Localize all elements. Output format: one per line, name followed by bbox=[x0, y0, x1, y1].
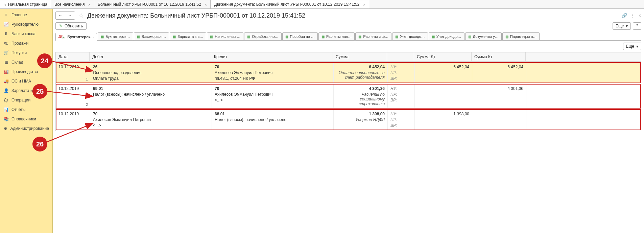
col-sum-kt[interactable]: Сумма Кт bbox=[472, 52, 526, 61]
debit-line2: Ахилесов Эммануил Петрович bbox=[93, 117, 209, 122]
doc-tab-accounting[interactable]: ДтКтБухгалтерск… bbox=[55, 33, 97, 41]
sum-comment: Расчеты по социальному страхованию bbox=[336, 92, 385, 106]
table-icon: ▦ bbox=[137, 35, 140, 39]
debit-account: 69.01 bbox=[93, 86, 209, 91]
doc-tab[interactable]: ▦Бухгалтерск… bbox=[98, 32, 133, 40]
debit-line2: Налог (взносы): начислено / уплачено bbox=[93, 92, 209, 97]
col-sum-dt[interactable]: Сумма Дт bbox=[414, 52, 472, 61]
more-button[interactable]: Еще ▾ bbox=[613, 22, 631, 30]
doc-tab[interactable]: ▤Документы у… bbox=[465, 32, 502, 40]
close-icon[interactable]: × bbox=[203, 2, 207, 7]
top-tabs: ⌂ Начальная страница Все начисления × Бо… bbox=[0, 0, 644, 9]
doc-tab[interactable]: ▦Отработанно… bbox=[244, 32, 281, 40]
doc-tabs: ДтКтБухгалтерск… ▦Бухгалтерск… ▦Взаимора… bbox=[55, 32, 641, 41]
vr-label: ВР: bbox=[390, 98, 412, 102]
cell-date: 10.12.2019 1 bbox=[56, 63, 90, 83]
chevron-down-icon: ▾ bbox=[626, 24, 628, 28]
vr-label: ВР: bbox=[390, 76, 412, 81]
sidebar-item-label: Производство bbox=[11, 69, 38, 74]
sub-more-button[interactable]: Еще ▾ bbox=[623, 43, 641, 50]
cell-debit: 70 Ахилесов Эммануил Петрович <...> bbox=[90, 110, 212, 130]
page-header: ← → ☆ Движения документа: Больничный лис… bbox=[55, 10, 641, 22]
doc-tab[interactable]: ▤Параметры п… bbox=[502, 32, 540, 40]
credit-line3: пп.48.1, ст.264 НК РФ bbox=[215, 76, 331, 81]
table-icon: ▦ bbox=[173, 35, 176, 39]
sidebar-item-bank[interactable]: ₽Банк и касса bbox=[0, 29, 52, 39]
cell-date: 10.12.2019 3 bbox=[56, 110, 90, 130]
tab-all-accruals[interactable]: Все начисления × bbox=[51, 0, 94, 8]
sum-kt-value: 4 301,36 bbox=[475, 86, 523, 91]
sum-comment: Удержан НДФЛ bbox=[336, 117, 385, 122]
close-icon[interactable]: × bbox=[639, 13, 641, 18]
sidebar-item-label: Операции bbox=[11, 98, 30, 102]
forward-button[interactable]: → bbox=[65, 12, 75, 19]
bag-icon: 🛍 bbox=[3, 41, 9, 46]
sidebar-item-reports[interactable]: 📊Отчеты bbox=[0, 105, 52, 114]
refresh-label: Обновить bbox=[65, 24, 83, 28]
doc-tab[interactable]: ▦Учет доходо… bbox=[429, 32, 464, 40]
sum-kt-value: 6 452,04 bbox=[475, 65, 523, 69]
col-credit[interactable]: Кредит bbox=[211, 52, 333, 61]
entry-row[interactable]: 10.12.2019 1 26 Основное подразделение О… bbox=[56, 62, 641, 83]
truck-icon: 🚚 bbox=[3, 79, 9, 84]
sidebar-item-manager[interactable]: 📈Руководителю bbox=[0, 20, 52, 29]
doc-tab[interactable]: ▦Взаиморасч… bbox=[134, 32, 169, 40]
entry-row[interactable]: 10.12.2019 2 69.01 Налог (взносы): начис… bbox=[56, 84, 641, 109]
cell-labels: НУ: ПР: ВР: bbox=[388, 110, 415, 130]
toolbar: ↻ Обновить Еще ▾ ? bbox=[55, 22, 641, 30]
doc-tab[interactable]: ▦Пособия по … bbox=[282, 32, 318, 40]
home-icon: ⌂ bbox=[3, 2, 6, 7]
ruble-icon: ₽ bbox=[3, 31, 9, 36]
star-icon[interactable]: ☆ bbox=[78, 12, 84, 19]
tab-document-movements[interactable]: Движения документа: Больничный лист УРБП… bbox=[211, 0, 369, 8]
back-button[interactable]: ← bbox=[56, 12, 65, 19]
debit-account: 70 bbox=[93, 112, 209, 116]
cell-sum: 4 301,36 Расчеты по социальному страхова… bbox=[334, 85, 388, 108]
cell-sum: 1 398,00 Удержан НДФЛ bbox=[334, 110, 388, 130]
callout-25: 25 bbox=[32, 84, 47, 99]
row-number: 2 bbox=[86, 102, 88, 107]
close-icon[interactable]: × bbox=[87, 2, 91, 7]
help-label: ? bbox=[636, 24, 638, 28]
col-debit[interactable]: Дебет bbox=[90, 52, 211, 61]
doc-tab[interactable]: ▦Расчеты с ф… bbox=[355, 32, 391, 40]
chart-icon: 📈 bbox=[3, 22, 9, 27]
entry-row[interactable]: 10.12.2019 3 70 Ахилесов Эммануил Петров… bbox=[56, 109, 641, 130]
pr-label: ПР: bbox=[390, 117, 412, 122]
sidebar-item-label: Отчеты bbox=[11, 107, 25, 112]
table-icon: ▦ bbox=[395, 35, 398, 39]
sidebar-item-main[interactable]: ≡Главное bbox=[0, 10, 52, 20]
sidebar-item-sales[interactable]: 🛍Продажи bbox=[0, 39, 52, 48]
help-button[interactable]: ? bbox=[633, 22, 641, 30]
sidebar-item-fixed-assets[interactable]: 🚚ОС и НМА bbox=[0, 76, 52, 86]
sidebar-item-production[interactable]: 🏭Производство bbox=[0, 67, 52, 76]
doc-tab[interactable]: ▦Зарплата к в… bbox=[170, 32, 206, 40]
link-icon[interactable]: 🔗 bbox=[621, 13, 627, 18]
tab-home[interactable]: ⌂ Начальная страница bbox=[0, 0, 51, 8]
refresh-button[interactable]: ↻ Обновить bbox=[55, 22, 87, 30]
sum-comment: Оплата больничного за счет работодателя bbox=[336, 70, 385, 80]
credit-line2: Налог (взносы): начислено / уплачено bbox=[215, 117, 331, 122]
col-date[interactable]: Дата bbox=[56, 52, 90, 61]
doc-tab[interactable]: ▦Расчеты нал… bbox=[318, 32, 355, 40]
sidebar-item-label: Продажи bbox=[11, 41, 28, 46]
tab-sick-leave[interactable]: Больничный лист УРБП-000001 от 10.12.201… bbox=[94, 0, 211, 8]
col-sum[interactable]: Сумма bbox=[333, 52, 387, 61]
sidebar-item-catalogs[interactable]: 📚Справочники bbox=[0, 114, 52, 124]
cell-sum-dt: 1 398,00 bbox=[415, 110, 472, 130]
cell-sum-kt: 6 452,04 bbox=[472, 63, 526, 83]
doc-tab[interactable]: ▦Учет доходо… bbox=[392, 32, 428, 40]
close-icon[interactable]: × bbox=[362, 2, 366, 7]
sidebar-item-admin[interactable]: ⚙Администрирование bbox=[0, 124, 52, 133]
tab-label: Движения документа: Больничный лист УРБП… bbox=[214, 2, 359, 7]
cell-sum-kt: 4 301,36 bbox=[472, 85, 526, 108]
col-empty bbox=[387, 52, 414, 61]
doc-tab-label: Взаиморасч… bbox=[142, 34, 166, 39]
more-icon[interactable]: ⋮ bbox=[630, 13, 635, 18]
cell-labels: НУ: ПР: ВР: bbox=[388, 63, 415, 83]
tab-label: Все начисления bbox=[54, 2, 85, 7]
callout-label: 26 bbox=[36, 140, 44, 148]
debit-account: 26 bbox=[93, 65, 209, 69]
doc-tab[interactable]: ▦Начисления … bbox=[207, 32, 243, 40]
credit-account: 68.01 bbox=[215, 112, 331, 116]
